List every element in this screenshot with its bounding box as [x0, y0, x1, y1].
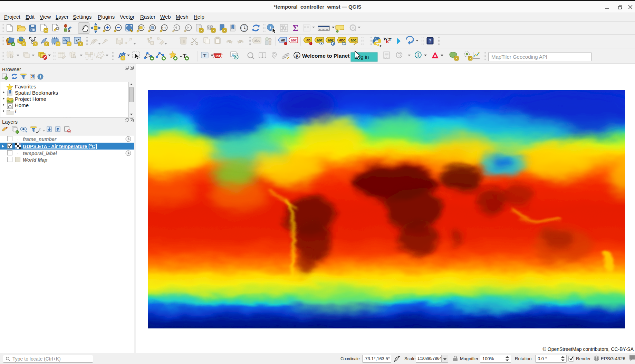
svg-text:abc: abc [339, 38, 345, 42]
svg-text:ab: ab [306, 38, 310, 42]
svg-text:p: p [296, 53, 298, 58]
svg-text:abc: abc [254, 39, 260, 42]
svg-text:HOT: HOT [215, 55, 221, 58]
svg-text:abc: abc [350, 38, 357, 42]
svg-text:i: i [270, 25, 271, 30]
svg-text:T: T [203, 53, 206, 58]
svg-text:Welcome to Planet: Welcome to Planet [302, 53, 350, 59]
svg-text:a: a [68, 28, 70, 32]
svg-text:T: T [388, 37, 392, 42]
svg-text:ab: ab [281, 38, 285, 42]
svg-text:ε: ε [39, 126, 41, 132]
svg-text:?: ? [429, 38, 432, 44]
svg-text:1:1: 1:1 [162, 27, 166, 30]
svg-text:Σ: Σ [293, 23, 299, 33]
svg-text:abc: abc [291, 38, 297, 42]
svg-text:abc: abc [317, 38, 323, 42]
